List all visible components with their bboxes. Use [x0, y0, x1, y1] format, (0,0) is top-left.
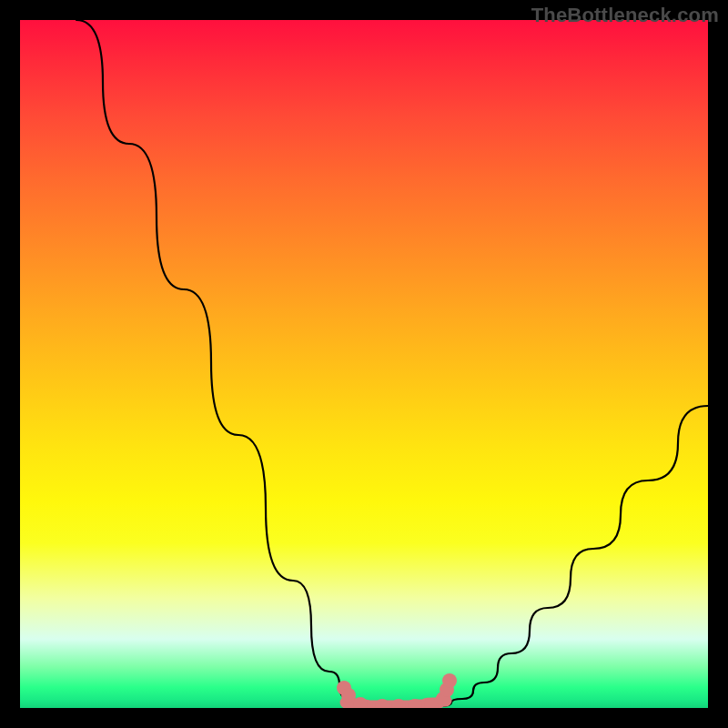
marker-dot: [442, 673, 457, 688]
marker-dot: [341, 688, 356, 703]
watermark-text: TheBottleneck.com: [531, 4, 719, 27]
right-curve: [440, 406, 708, 706]
curve-layer: [20, 20, 708, 708]
left-curve: [76, 20, 379, 706]
plot-area: [20, 20, 708, 708]
chart-frame: TheBottleneck.com: [0, 0, 728, 728]
bottom-markers: [337, 673, 457, 708]
